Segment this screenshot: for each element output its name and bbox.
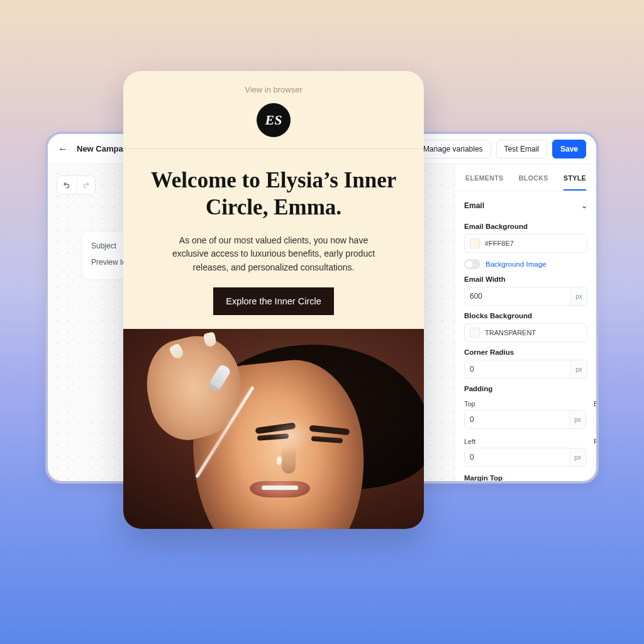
label-email-width: Email Width xyxy=(464,275,587,283)
padding-top-input[interactable]: px xyxy=(464,410,586,429)
email-background-input[interactable]: #FFF8E7 xyxy=(464,234,587,253)
padding-right-field[interactable] xyxy=(594,448,596,466)
padding-right-input[interactable]: px xyxy=(594,448,596,467)
label-padding-right: Right xyxy=(594,438,596,445)
undo-button[interactable] xyxy=(57,176,76,194)
test-email-button[interactable]: Test Email xyxy=(496,140,547,158)
email-width-field[interactable] xyxy=(465,287,570,305)
panel-tabs: ELEMENTS BLOCKS STYLE xyxy=(455,164,596,191)
corner-radius-field[interactable] xyxy=(465,360,570,378)
background-image-label: Background Image xyxy=(486,260,547,268)
label-padding-left: Left xyxy=(464,438,586,445)
padding-left-field[interactable] xyxy=(465,448,569,466)
section-email-title: Email xyxy=(464,201,484,210)
tab-elements[interactable]: ELEMENTS xyxy=(465,164,504,191)
brand-logo-icon: ES xyxy=(257,103,291,137)
email-width-input[interactable]: px xyxy=(464,287,587,306)
label-corner-radius: Corner Radius xyxy=(464,348,587,356)
tab-blocks[interactable]: BLOCKS xyxy=(519,164,548,191)
label-padding-bottom: Bottom xyxy=(594,400,596,408)
corner-radius-input[interactable]: px xyxy=(464,360,587,379)
view-in-browser-link[interactable]: View in browser xyxy=(123,71,424,103)
padding-top-field[interactable] xyxy=(465,411,569,428)
redo-icon xyxy=(82,180,91,189)
email-preview: View in browser ES Welcome to Elysia’s I… xyxy=(123,71,424,529)
label-padding: Padding xyxy=(464,385,587,392)
cta-button[interactable]: Explore the Inner Circle xyxy=(213,287,334,315)
transparent-swatch-icon xyxy=(470,328,480,338)
blocks-background-value: TRANSPARENT xyxy=(485,329,536,336)
history-controls xyxy=(57,175,96,194)
nose-shape xyxy=(282,445,296,474)
padding-left-input[interactable]: px xyxy=(464,448,586,467)
hero-title: Welcome to Elysia’s Inner Circle, Emma. xyxy=(123,167,424,230)
background-image-toggle[interactable] xyxy=(464,259,480,269)
undo-icon xyxy=(62,180,71,189)
style-panel: ELEMENTS BLOCKS STYLE Email ⌄ Email Back… xyxy=(455,164,596,481)
label-padding-top: Top xyxy=(464,400,586,408)
manage-variables-button[interactable]: Manage variables xyxy=(415,140,491,158)
hero-subtitle: As one of our most valued clients, you n… xyxy=(123,230,424,287)
label-email-background: Email Background xyxy=(464,223,587,230)
unit-px: px xyxy=(569,411,586,428)
teeth-shape xyxy=(262,486,298,490)
section-email[interactable]: Email ⌄ xyxy=(464,197,587,216)
back-arrow-icon[interactable]: ← xyxy=(58,144,68,154)
save-button[interactable]: Save xyxy=(552,140,586,158)
unit-px: px xyxy=(570,287,587,305)
color-swatch-icon xyxy=(470,238,480,248)
email-background-value: #FFF8E7 xyxy=(485,240,514,247)
tab-style[interactable]: STYLE xyxy=(564,164,586,191)
label-margin-top: Margin Top xyxy=(464,474,587,481)
chevron-down-icon: ⌄ xyxy=(581,201,587,210)
unit-px: px xyxy=(569,448,586,466)
blocks-background-input[interactable]: TRANSPARENT xyxy=(464,323,587,342)
padding-bottom-input[interactable]: px xyxy=(594,410,596,429)
padding-bottom-field[interactable] xyxy=(594,411,596,428)
label-blocks-background: Blocks Background xyxy=(464,312,587,319)
unit-px: px xyxy=(570,360,587,378)
hero-image xyxy=(123,329,424,529)
divider xyxy=(123,148,424,149)
redo-button[interactable] xyxy=(76,176,95,194)
